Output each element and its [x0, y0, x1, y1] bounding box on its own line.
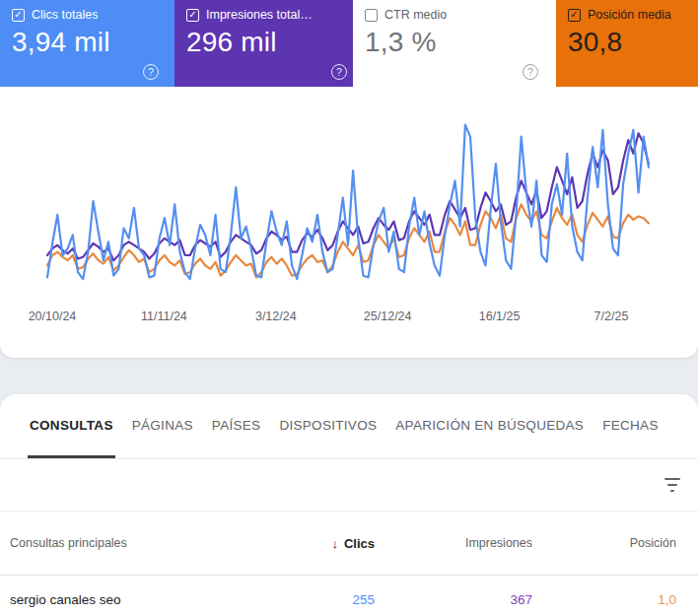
dimension-tabs: CONSULTAS PÁGINAS PAÍSES DISPOSITIVOS AP… — [0, 394, 698, 459]
cell-impressions: 367 — [375, 592, 532, 607]
metric-value: 30,8 — [568, 27, 686, 58]
help-icon[interactable]: ? — [331, 64, 347, 80]
cell-clicks: 255 — [256, 592, 375, 607]
metric-label: Clics totales — [32, 8, 98, 22]
table-body: sergio canales seo2553671,0 — [0, 576, 698, 616]
chart-x-axis-labels: 20/10/2411/11/243/12/2425/12/2416/1/257/… — [0, 306, 698, 329]
metric-tile-average-ctr[interactable]: CTR medio 1,3 % ? — [353, 0, 556, 87]
filter-icon[interactable] — [663, 477, 682, 493]
x-axis-label: 7/2/25 — [594, 309, 629, 323]
column-header-impressions[interactable]: Impresiones — [375, 536, 532, 550]
metric-tile-average-position[interactable]: ✓ Posición media 30,8 — [556, 0, 698, 87]
checkbox-unchecked-icon[interactable] — [365, 9, 378, 22]
table-header-row: Consultas principales ↓Clics Impresiones… — [0, 512, 698, 576]
column-header-clicks[interactable]: ↓Clics — [256, 536, 375, 551]
metric-tiles-row: ✓ Clics totales 3,94 mil ? ✓ Impresiones… — [0, 0, 698, 87]
metric-tile-total-impressions[interactable]: ✓ Impresiones total… 296 mil ? — [174, 0, 353, 87]
tab-paginas[interactable]: PÁGINAS — [130, 394, 195, 458]
metric-label: CTR medio — [384, 8, 447, 22]
x-axis-label: 25/12/24 — [364, 309, 412, 323]
tab-consultas[interactable]: CONSULTAS — [28, 394, 115, 458]
column-header-queries[interactable]: Consultas principales — [0, 536, 256, 550]
checkbox-checked-icon[interactable]: ✓ — [568, 9, 581, 22]
cell-position: 1,0 — [532, 592, 676, 607]
x-axis-label: 11/11/24 — [141, 309, 187, 323]
x-axis-label: 20/10/24 — [29, 309, 77, 323]
line-series-clics-totales — [47, 125, 649, 280]
cell-query: sergio canales seo — [0, 592, 256, 607]
dimensions-table-card: CONSULTAS PÁGINAS PAÍSES DISPOSITIVOS AP… — [0, 394, 698, 616]
checkbox-checked-icon[interactable]: ✓ — [12, 9, 25, 22]
metric-label: Impresiones total… — [206, 8, 313, 22]
x-axis-label: 3/12/24 — [255, 309, 297, 323]
checkbox-checked-icon[interactable]: ✓ — [186, 9, 199, 22]
metric-label: Posición media — [588, 8, 671, 22]
metric-value: 1,3 % — [365, 27, 544, 58]
tab-aparicion-en-busquedas[interactable]: APARICIÓN EN BÚSQUEDAS — [393, 394, 586, 458]
tab-fechas[interactable]: FECHAS — [600, 394, 661, 458]
metric-value: 3,94 mil — [12, 27, 163, 58]
metric-tile-total-clicks[interactable]: ✓ Clics totales 3,94 mil ? — [0, 0, 174, 87]
tab-paises[interactable]: PAÍSES — [210, 394, 263, 458]
x-axis-label: 16/1/25 — [479, 309, 521, 323]
table-row[interactable]: sergio canales seo2553671,0 — [0, 576, 698, 616]
sort-descending-icon: ↓ — [331, 536, 338, 551]
table-toolbar — [0, 459, 698, 512]
tab-dispositivos[interactable]: DISPOSITIVOS — [277, 394, 379, 458]
column-header-position[interactable]: Posición — [532, 536, 676, 550]
performance-chart-card: ✓ Clics totales 3,94 mil ? ✓ Impresiones… — [0, 0, 698, 358]
metric-value: 296 mil — [186, 27, 341, 58]
help-icon[interactable]: ? — [523, 64, 538, 80]
performance-line-chart[interactable] — [0, 87, 698, 306]
help-icon[interactable]: ? — [143, 64, 159, 80]
